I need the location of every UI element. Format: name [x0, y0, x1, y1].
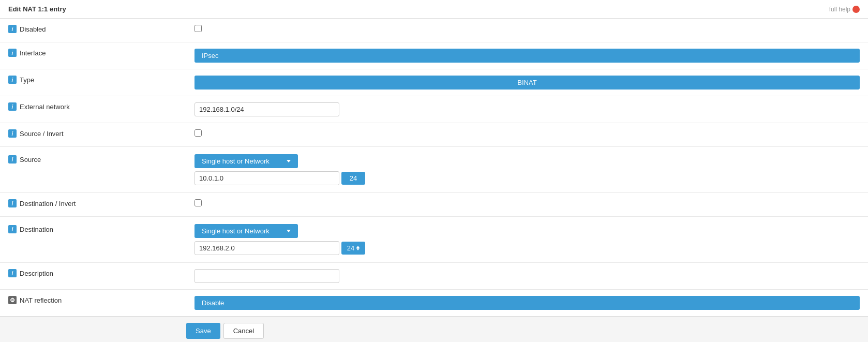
interface-dropdown[interactable]: IPsec — [194, 49, 860, 63]
destination-suffix[interactable]: 24 — [341, 242, 365, 255]
page-header: Edit NAT 1:1 entry full help — [0, 0, 868, 19]
type-label: Type — [20, 76, 34, 84]
source-label-col: i Source — [0, 152, 186, 166]
disabled-label: Disabled — [20, 25, 46, 33]
source-suffix: 24 — [341, 172, 365, 185]
nat-reflection-label: NAT reflection — [20, 296, 62, 304]
cancel-button[interactable]: Cancel — [223, 323, 264, 339]
external-network-input[interactable] — [194, 102, 339, 116]
external-network-label: External network — [20, 103, 70, 111]
disabled-row: i Disabled — [0, 19, 868, 42]
source-invert-checkbox[interactable] — [194, 129, 202, 137]
description-info-icon[interactable]: i — [8, 269, 17, 277]
description-input[interactable] — [194, 269, 339, 283]
external-network-label-col: i External network — [0, 100, 186, 113]
interface-info-icon[interactable]: i — [8, 49, 17, 57]
form-container: i Disabled i Interface IPsec i Type BINA… — [0, 19, 868, 316]
destination-suffix-arrows — [356, 246, 360, 250]
source-dropdown-arrow — [287, 160, 291, 162]
external-network-control — [186, 100, 868, 118]
destination-dropdown-arrow — [287, 230, 291, 232]
page-title: Edit NAT 1:1 entry — [8, 5, 66, 13]
help-icon[interactable] — [852, 6, 860, 13]
type-button[interactable]: BINAT — [194, 76, 860, 90]
disabled-label-col: i Disabled — [0, 23, 186, 35]
down-arrow — [356, 248, 360, 250]
type-row: i Type BINAT — [0, 69, 868, 96]
destination-row: i Destination Single host or Network 24 — [0, 217, 868, 263]
destination-label-col: i Destination — [0, 222, 186, 235]
nat-reflection-dropdown[interactable]: Disable — [194, 296, 860, 310]
source-invert-row: i Source / Invert — [0, 123, 868, 147]
description-control — [186, 267, 868, 285]
interface-row: i Interface IPsec — [0, 42, 868, 69]
destination-control: Single host or Network 24 — [186, 222, 868, 257]
interface-label-col: i Interface — [0, 47, 186, 59]
source-info-icon[interactable]: i — [8, 155, 17, 163]
description-row: i Description — [0, 263, 868, 290]
type-label-col: i Type — [0, 73, 186, 86]
external-network-info-icon[interactable]: i — [8, 102, 17, 111]
type-control: BINAT — [186, 73, 868, 92]
destination-invert-label-col: i Destination / Invert — [0, 197, 186, 210]
source-label: Source — [20, 156, 41, 163]
disabled-info-icon[interactable]: i — [8, 25, 17, 33]
destination-info-icon[interactable]: i — [8, 225, 17, 233]
destination-invert-info-icon[interactable]: i — [8, 199, 17, 207]
source-invert-label: Source / Invert — [20, 130, 64, 138]
actions-row: Save Cancel — [0, 316, 868, 342]
disabled-control — [186, 23, 868, 34]
interface-label: Interface — [20, 49, 46, 57]
destination-type-dropdown[interactable]: Single host or Network — [194, 224, 298, 238]
nat-reflection-label-col: ⚙ NAT reflection — [0, 294, 186, 306]
destination-invert-row: i Destination / Invert — [0, 193, 868, 217]
full-help-area[interactable]: full help — [829, 6, 860, 13]
description-label-col: i Description — [0, 267, 186, 279]
nat-reflection-row: ⚙ NAT reflection Disable — [0, 290, 868, 316]
nat-reflection-control: Disable — [186, 294, 868, 312]
source-type-dropdown[interactable]: Single host or Network — [194, 154, 298, 168]
source-control: Single host or Network 24 — [186, 152, 868, 187]
source-invert-control — [186, 127, 868, 139]
source-invert-info-icon[interactable]: i — [8, 129, 17, 138]
interface-control: IPsec — [186, 47, 868, 65]
source-row: i Source Single host or Network 24 — [0, 147, 868, 193]
source-invert-label-col: i Source / Invert — [0, 127, 186, 140]
full-help-label[interactable]: full help — [829, 6, 850, 13]
nat-reflection-gear-icon[interactable]: ⚙ — [8, 296, 17, 304]
description-label: Description — [20, 270, 53, 277]
disabled-checkbox[interactable] — [194, 25, 202, 32]
destination-label: Destination — [20, 226, 53, 233]
destination-invert-control — [186, 197, 868, 209]
source-input[interactable] — [194, 171, 339, 185]
type-info-icon[interactable]: i — [8, 76, 17, 84]
destination-input[interactable] — [194, 241, 339, 255]
destination-invert-checkbox[interactable] — [194, 199, 202, 206]
save-button[interactable]: Save — [186, 323, 220, 339]
up-arrow — [356, 246, 360, 248]
destination-invert-label: Destination / Invert — [20, 200, 76, 207]
external-network-row: i External network — [0, 96, 868, 123]
